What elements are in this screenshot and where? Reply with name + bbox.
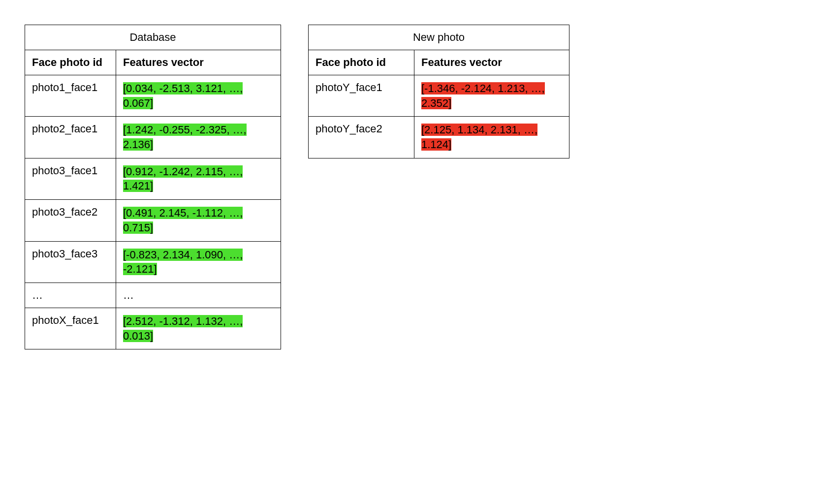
features-vector: [-1.346, -2.124, 1.213, …, 2.352] <box>421 82 545 109</box>
features-vector: [0.912, -1.242, 2.115, …, 1.421] <box>123 165 243 192</box>
database-table: Database Face photo id Features vector p… <box>25 25 281 349</box>
face-photo-id: photo3_face1 <box>25 158 116 199</box>
features-vector: [2.125, 1.134, 2.131, …, 1.124] <box>421 124 537 151</box>
table-row: photo2_face1[1.242, -0.255, -2.325, …, 2… <box>25 117 281 158</box>
table-row: photo1_face1[0.034, -2.513, 3.121, …, 0.… <box>25 75 281 117</box>
features-vector: [0.491, 2.145, -1.112, …, 0.715] <box>123 207 243 234</box>
newphoto-header-row: Face photo id Features vector <box>309 50 569 75</box>
features-vector-cell: [0.912, -1.242, 2.115, …, 1.421] <box>116 158 281 199</box>
face-photo-id: photo2_face1 <box>25 117 116 158</box>
table-row: photoY_face2[2.125, 1.134, 2.131, …, 1.1… <box>309 117 569 158</box>
face-photo-id: photoY_face1 <box>309 75 414 117</box>
features-vector-cell: [2.512, -1.312, 1.132, …, 0.013] <box>116 308 281 349</box>
features-vector-cell: … <box>116 283 281 308</box>
database-header-row: Face photo id Features vector <box>25 50 281 75</box>
features-vector-cell: [-1.346, -2.124, 1.213, …, 2.352] <box>414 75 569 117</box>
features-vector: [-0.823, 2.134, 1.090, …, -2.121] <box>123 249 243 276</box>
database-title-row: Database <box>25 25 281 50</box>
table-row: photo3_face2[0.491, 2.145, -1.112, …, 0.… <box>25 200 281 241</box>
newphoto-title-row: New photo <box>309 25 569 50</box>
features-vector: [1.242, -0.255, -2.325, …, 2.136] <box>123 124 247 151</box>
face-photo-id: photoY_face2 <box>309 117 414 158</box>
face-photo-id: … <box>25 283 116 308</box>
table-row: …… <box>25 283 281 308</box>
features-vector: [2.512, -1.312, 1.132, …, 0.013] <box>123 315 243 342</box>
features-vector-cell: [0.034, -2.513, 3.121, …, 0.067] <box>116 75 281 117</box>
table-row: photoY_face1[-1.346, -2.124, 1.213, …, 2… <box>309 75 569 117</box>
newphoto-header-id: Face photo id <box>309 50 414 75</box>
face-photo-id: photo3_face3 <box>25 241 116 283</box>
table-row: photo3_face3[-0.823, 2.134, 1.090, …, -2… <box>25 241 281 283</box>
database-header-id: Face photo id <box>25 50 116 75</box>
face-photo-id: photo1_face1 <box>25 75 116 117</box>
database-title: Database <box>25 25 281 50</box>
features-vector-cell: [0.491, 2.145, -1.112, …, 0.715] <box>116 200 281 241</box>
features-vector-cell: [2.125, 1.134, 2.131, …, 1.124] <box>414 117 569 158</box>
newphoto-table: New photo Face photo id Features vector … <box>308 25 569 158</box>
features-vector: [0.034, -2.513, 3.121, …, 0.067] <box>123 82 243 109</box>
table-row: photoX_face1[2.512, -1.312, 1.132, …, 0.… <box>25 308 281 349</box>
face-photo-id: photoX_face1 <box>25 308 116 349</box>
newphoto-header-vector: Features vector <box>414 50 569 75</box>
database-header-vector: Features vector <box>116 50 281 75</box>
face-photo-id: photo3_face2 <box>25 200 116 241</box>
features-vector-cell: [-0.823, 2.134, 1.090, …, -2.121] <box>116 241 281 283</box>
tables-container: Database Face photo id Features vector p… <box>25 25 795 349</box>
newphoto-title: New photo <box>309 25 569 50</box>
features-vector-cell: [1.242, -0.255, -2.325, …, 2.136] <box>116 117 281 158</box>
table-row: photo3_face1[0.912, -1.242, 2.115, …, 1.… <box>25 158 281 199</box>
